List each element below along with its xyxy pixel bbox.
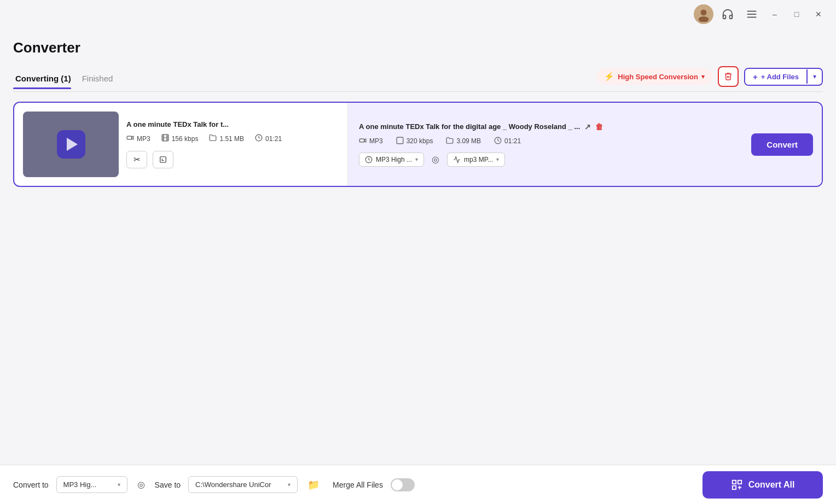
svg-rect-22 — [732, 480, 735, 483]
output-size: 3.09 MB — [446, 137, 481, 146]
delete-button[interactable] — [718, 66, 739, 87]
tab-finished[interactable]: Finished — [80, 69, 122, 89]
output-duration-value: 01:21 — [504, 137, 521, 145]
card-right-bottom: MP3 High ... ▾ ◎ mp3 MP... ▾ — [359, 153, 742, 167]
user-avatar[interactable] — [694, 4, 713, 24]
svg-rect-19 — [397, 137, 403, 144]
video-thumbnail — [23, 112, 119, 177]
thumbnail-inner — [57, 130, 85, 159]
film-icon — [161, 134, 169, 143]
menu-icon[interactable] — [742, 4, 762, 24]
output-format-value: MP3 — [369, 137, 383, 145]
output-meta: MP3 320 kbps 3.09 MB — [359, 137, 742, 146]
source-duration-value: 01:21 — [265, 135, 282, 143]
add-files-chevron-icon[interactable]: ▾ — [806, 69, 822, 84]
export-button[interactable] — [153, 151, 173, 168]
svg-marker-6 — [132, 136, 133, 139]
source-bitrate-value: 156 kbps — [172, 135, 199, 143]
card-left: A one minute TEDx Talk for t... MP3 156 … — [14, 103, 348, 186]
audio-chevron-icon: ▾ — [496, 156, 499, 162]
svg-rect-23 — [738, 480, 741, 483]
target-icon: ◎ — [432, 154, 439, 165]
output-bitrate-value: 320 kbps — [407, 137, 433, 145]
open-icon[interactable]: ↗ — [584, 122, 591, 131]
svg-point-1 — [699, 16, 709, 22]
card-right-info: A one minute TEDx Talk for the digital a… — [359, 122, 742, 167]
convert-all-button[interactable]: Convert All — [703, 471, 823, 499]
source-size: 1.51 MB — [209, 134, 244, 143]
format-selector-value: MP3 High ... — [376, 156, 412, 163]
save-to-selector[interactable]: C:\Wondershare UniCor ▾ — [188, 476, 298, 493]
output-size-value: 3.09 MB — [456, 137, 481, 145]
merge-toggle[interactable] — [391, 478, 415, 491]
card-actions: ✂ — [126, 151, 339, 168]
source-meta: MP3 156 kbps 1.51 MB — [126, 134, 339, 143]
audio-selector[interactable]: mp3 MP... ▾ — [447, 153, 505, 167]
output-folder-icon — [446, 137, 454, 146]
tabs-toolbar: ⚡ High Speed Conversion ▾ + + Add Files — [596, 66, 823, 91]
maximize-button[interactable]: □ — [788, 5, 805, 23]
bottom-bar: Convert to MP3 Hig... ▾ ◎ Save to C:\Won… — [0, 465, 836, 504]
high-speed-label: High Speed Conversion — [618, 73, 698, 81]
tabs-bar: Converting (1) Finished ⚡ High Speed Con… — [13, 66, 823, 92]
high-speed-chevron-icon: ▾ — [701, 73, 705, 80]
folder-icon — [209, 134, 217, 143]
app-title: Converter — [13, 39, 823, 56]
add-files-button[interactable]: + + Add Files ▾ — [744, 68, 823, 86]
convert-to-label: Convert to — [13, 480, 49, 489]
clock-icon — [255, 134, 263, 143]
plus-icon: + — [753, 72, 758, 81]
headphone-icon[interactable] — [718, 4, 738, 24]
source-bitrate: 156 kbps — [161, 134, 199, 143]
save-to-label: Save to — [155, 480, 181, 489]
convert-all-label: Convert All — [748, 480, 795, 490]
titlebar: – □ ✕ — [0, 0, 836, 28]
output-filename-row: A one minute TEDx Talk for the digital a… — [359, 122, 632, 131]
convert-to-selector[interactable]: MP3 Hig... ▾ — [56, 476, 127, 493]
merge-label: Merge All Files — [333, 480, 383, 489]
source-duration: 01:21 — [255, 134, 282, 143]
format-selector[interactable]: MP3 High ... ▾ — [359, 153, 424, 167]
output-clock-icon — [494, 137, 502, 146]
output-format: MP3 — [359, 137, 383, 146]
high-speed-button[interactable]: ⚡ High Speed Conversion ▾ — [596, 68, 712, 85]
output-video-icon — [359, 137, 367, 146]
svg-rect-16 — [160, 157, 166, 163]
card-left-info: A one minute TEDx Talk for t... MP3 156 … — [126, 120, 339, 168]
minimize-button[interactable]: – — [766, 5, 783, 23]
source-filename: A one minute TEDx Talk for t... — [126, 120, 280, 128]
source-format: MP3 — [126, 134, 150, 143]
main-content: Converter Converting (1) Finished ⚡ High… — [0, 28, 836, 504]
source-size-value: 1.51 MB — [219, 135, 244, 143]
format-chevron-icon: ▾ — [415, 156, 418, 162]
source-format-value: MP3 — [137, 135, 150, 143]
svg-rect-17 — [359, 139, 364, 142]
convert-to-chevron-icon: ▾ — [118, 482, 120, 488]
output-film-icon — [396, 137, 404, 146]
audio-selector-value: mp3 MP... — [464, 156, 493, 163]
output-filename: A one minute TEDx Talk for the digital a… — [359, 122, 580, 131]
video-icon — [126, 134, 134, 143]
save-to-chevron-icon: ▾ — [288, 482, 291, 488]
file-card: A one minute TEDx Talk for t... MP3 156 … — [13, 102, 823, 187]
close-button[interactable]: ✕ — [810, 5, 827, 23]
play-icon — [67, 138, 78, 151]
output-delete-icon[interactable]: 🗑 — [595, 122, 603, 131]
output-bitrate: 320 kbps — [396, 137, 433, 146]
svg-marker-18 — [364, 139, 366, 142]
svg-point-0 — [701, 9, 707, 15]
add-files-main[interactable]: + + Add Files — [745, 69, 806, 85]
convert-button[interactable]: Convert — [751, 133, 813, 156]
svg-rect-24 — [732, 485, 735, 489]
browse-folder-icon[interactable]: 📁 — [307, 479, 320, 491]
tab-converting[interactable]: Converting (1) — [13, 69, 80, 89]
svg-rect-5 — [127, 136, 132, 139]
trim-button[interactable]: ✂ — [126, 151, 147, 168]
save-to-path: C:\Wondershare UniCor — [195, 480, 271, 489]
convert-to-value: MP3 Hig... — [63, 480, 97, 489]
add-files-label: + Add Files — [761, 73, 799, 81]
output-duration: 01:21 — [494, 137, 521, 146]
bolt-icon: ⚡ — [604, 72, 614, 81]
bottom-target-icon: ◎ — [137, 479, 145, 490]
card-right: A one minute TEDx Talk for the digital a… — [348, 103, 822, 186]
